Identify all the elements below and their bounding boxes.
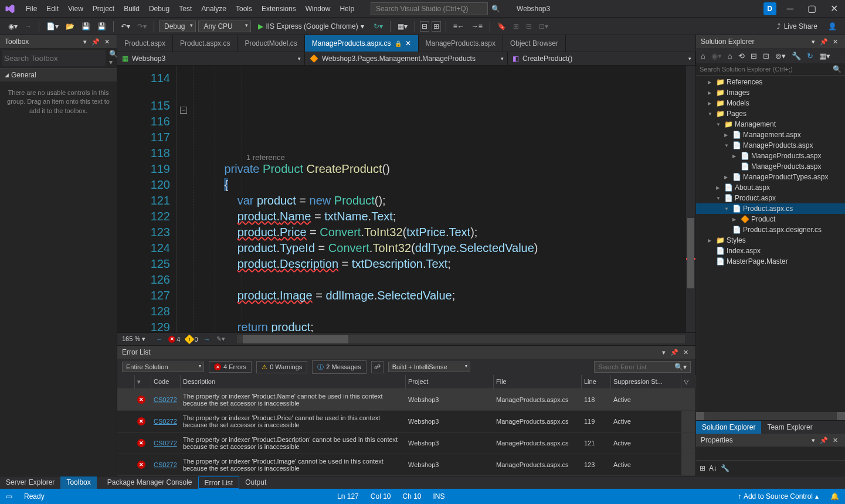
error-search[interactable]: 🔍▾	[594, 361, 691, 373]
error-column-header[interactable]: Description	[181, 375, 406, 389]
expand-icon[interactable]: ▼	[716, 122, 722, 127]
redo-button[interactable]: ↷▾	[135, 21, 149, 32]
error-column-header[interactable]	[117, 375, 135, 389]
show-all-button[interactable]: ⊡	[762, 50, 771, 62]
horizontal-scrollbar[interactable]	[237, 335, 685, 343]
warnings-filter-button[interactable]: ⚠0 Warnings	[256, 361, 307, 373]
nav-project-dropdown[interactable]: ▦ Webshop3	[117, 52, 305, 65]
categorized-button[interactable]: ⊞	[700, 464, 705, 472]
tree-item[interactable]: ▶📁Images	[696, 87, 845, 98]
filter-button[interactable]: ☍	[371, 361, 384, 373]
warning-count-badge[interactable]: !0	[186, 336, 198, 343]
bottom-panel-tab[interactable]: Output	[239, 476, 272, 489]
uncomment-button[interactable]: ⊟	[524, 21, 534, 32]
menu-project[interactable]: Project	[88, 2, 119, 15]
toolbox-group-general[interactable]: ◢ General	[0, 69, 117, 81]
tree-item[interactable]: 📄ManageProducts.aspx	[696, 161, 845, 172]
menu-view[interactable]: View	[63, 2, 88, 15]
platform-dropdown[interactable]: Any CPU	[198, 21, 251, 32]
error-code-link[interactable]: CS0272	[151, 433, 181, 454]
editor-tab[interactable]: ProductModel.cs	[237, 35, 304, 52]
error-count-badge[interactable]: ✕4	[168, 336, 180, 343]
menu-help[interactable]: Help	[335, 2, 359, 15]
editor-tab[interactable]: Product.aspx	[117, 35, 173, 52]
close-button[interactable]: ✕	[827, 3, 841, 14]
user-avatar[interactable]: D	[763, 2, 776, 15]
codelens-reference[interactable]: 1 reference	[194, 149, 686, 161]
expand-icon[interactable]: ▶	[708, 80, 714, 85]
editor-tab[interactable]: Product.aspx.cs	[173, 35, 237, 52]
tool-button[interactable]: ✎▾	[216, 335, 225, 343]
expand-icon[interactable]: ▶	[708, 90, 714, 96]
preview-button[interactable]: 🔧	[790, 50, 802, 62]
bottom-panel-tab[interactable]: Error List	[198, 476, 240, 489]
maximize-button[interactable]: ▢	[804, 3, 820, 14]
editor-tab[interactable]: ManageProducts.aspx	[419, 35, 503, 52]
search-icon[interactable]: 🔍	[491, 5, 500, 13]
wrench-button[interactable]: 🔧	[721, 464, 729, 472]
expand-icon[interactable]: ▶	[716, 185, 722, 190]
minimize-button[interactable]: ─	[783, 4, 797, 14]
solution-search[interactable]: 🔍	[696, 63, 845, 76]
dropdown-icon[interactable]: ▾	[809, 437, 817, 444]
error-column-header[interactable]: Suppression St...	[611, 375, 681, 389]
menu-file[interactable]: File	[21, 2, 42, 15]
close-tab-icon[interactable]: ✕	[405, 39, 411, 47]
toolbar-button-last[interactable]: ⊡▾	[537, 21, 551, 32]
notifications-icon[interactable]: 🔔	[830, 492, 839, 500]
expand-icon[interactable]: ▶	[732, 154, 738, 159]
expand-icon[interactable]: ▼	[716, 196, 722, 201]
browser-link-button[interactable]: ↻▾	[371, 21, 385, 32]
status-col[interactable]: Col 10	[371, 492, 391, 500]
live-share-button[interactable]: ⤴ Live Share	[777, 22, 817, 30]
tree-item[interactable]: ▼📁Management	[696, 119, 845, 130]
expand-icon[interactable]: ▼	[708, 111, 714, 117]
pin-icon[interactable]: 📌	[89, 38, 102, 46]
menu-debug[interactable]: Debug	[144, 2, 174, 15]
sync-button[interactable]: ⌂	[727, 50, 734, 62]
code-line[interactable]: {	[194, 177, 686, 193]
bookmark-button[interactable]: 🔖	[495, 21, 508, 32]
error-code-link[interactable]: CS0272	[151, 454, 181, 476]
code-line[interactable]: product.TypeId = Convert.ToInt32(ddlType…	[194, 240, 686, 256]
menu-tools[interactable]: Tools	[231, 2, 257, 15]
code-line[interactable]	[194, 272, 686, 288]
status-line[interactable]: Ln 127	[337, 492, 359, 500]
expand-icon[interactable]: ▶	[708, 238, 714, 243]
tree-item[interactable]: ▼📄Product.aspx.cs	[696, 203, 845, 214]
error-column-header[interactable]: ▾	[135, 375, 151, 389]
search-icon[interactable]: 🔍	[833, 65, 841, 73]
editor-tab[interactable]: Object Browser	[503, 35, 566, 52]
solution-tab[interactable]: Solution Explorer	[696, 421, 761, 434]
feedback-button[interactable]: 👤	[826, 21, 839, 32]
close-icon[interactable]: ✕	[681, 349, 691, 356]
code-line[interactable]	[194, 304, 686, 319]
indent-button-2[interactable]: ⊞	[432, 21, 441, 32]
solution-search-input[interactable]	[700, 66, 833, 73]
expand-icon[interactable]: ▶	[732, 217, 738, 222]
menu-build[interactable]: Build	[119, 2, 144, 15]
filter-button[interactable]: ⊚▾	[774, 50, 787, 62]
forward-button[interactable]: →	[22, 21, 34, 32]
expand-icon[interactable]: ▼	[724, 143, 730, 148]
alphabetical-button[interactable]: A↓	[709, 464, 717, 472]
run-button[interactable]: ▶ IIS Express (Google Chrome) ▾	[253, 21, 368, 32]
menu-analyze[interactable]: Analyze	[196, 2, 231, 15]
expand-icon[interactable]: ▶	[708, 101, 714, 106]
source-control-button[interactable]: ↑ Add to Source Control ▴	[738, 492, 819, 500]
code-line[interactable]	[194, 134, 686, 149]
undo-button[interactable]: ↶▾	[118, 21, 133, 32]
outdent-button[interactable]: ≡←	[451, 21, 467, 32]
error-column-header[interactable]: Line	[582, 375, 611, 389]
status-ch[interactable]: Ch 10	[402, 492, 421, 500]
tree-item[interactable]: 📄MasterPage.Master	[696, 256, 845, 267]
zoom-dropdown[interactable]: 165 % ▾	[122, 335, 145, 343]
tree-item[interactable]: 📄Index.aspx	[696, 246, 845, 256]
tree-item[interactable]: ▶🔶Product	[696, 214, 845, 224]
menu-window[interactable]: Window	[301, 2, 335, 15]
save-button[interactable]: 💾	[79, 21, 93, 32]
code-line[interactable]: return product;	[194, 319, 686, 332]
nav-method-dropdown[interactable]: ◧ CreateProduct()	[508, 52, 695, 65]
toolbar-button-1[interactable]: ▦▾	[395, 21, 410, 32]
back-button[interactable]: ◉▾	[710, 50, 723, 62]
